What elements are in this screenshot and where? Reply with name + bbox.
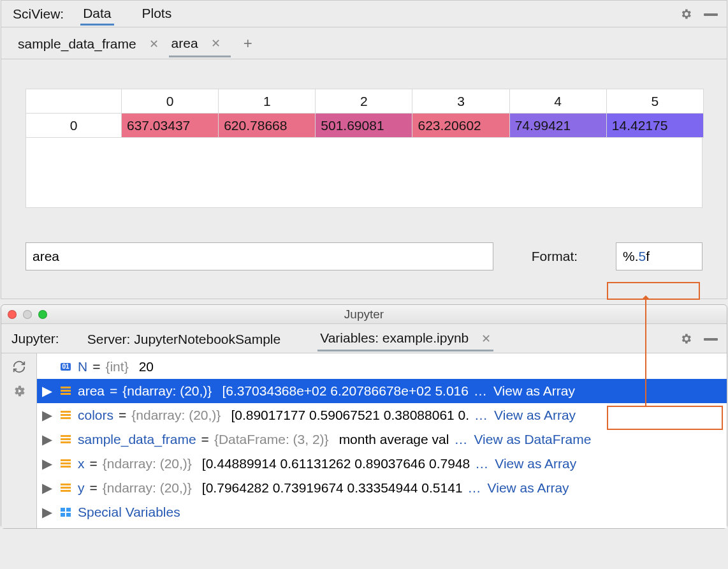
array-icon (59, 459, 73, 468)
expression-input[interactable] (25, 242, 493, 270)
format-num: 5 (639, 249, 646, 264)
sciview-panel: SciView: Data Plots sample_data_frame ✕ … (1, 0, 727, 299)
variable-row[interactable]: ▶y = {ndarray: (20,)} [0.7964282 0.73919… (37, 476, 727, 500)
jupyter-body: 01N = {int} 20▶area = {ndarray: (20,)} [… (1, 353, 727, 528)
view-as-link[interactable]: View as Array (488, 480, 569, 496)
format-label: Format: (532, 249, 578, 264)
data-cell[interactable]: 620.78668 (219, 114, 316, 138)
variable-preview: [6.37034368e+02 6.20786678e+02 5.016 (222, 383, 469, 399)
ellipsis: … (454, 432, 467, 447)
variable-row[interactable]: ▶sample_data_frame = {DataFrame: (3, 2)}… (37, 427, 727, 452)
col-header[interactable]: 0 (122, 89, 219, 114)
jupyter-header: Jupyter: Server: JupyterNotebookSample V… (1, 324, 727, 353)
data-cell[interactable]: 501.69081 (316, 114, 412, 138)
data-grid-wrap: 0 1 2 3 4 5 0637.03437620.78668501.69081… (1, 59, 727, 221)
disclosure-triangle-icon[interactable]: ▶ (41, 480, 54, 496)
data-cell[interactable]: 637.03437 (122, 114, 219, 138)
col-header[interactable]: 5 (606, 89, 703, 114)
col-header[interactable]: 3 (412, 89, 509, 114)
bottom-toolbar: Format: %.5f (1, 221, 727, 299)
int-icon: 01 (59, 363, 73, 371)
grid-icon (59, 508, 73, 517)
view-as-link[interactable]: View as Array (494, 408, 576, 423)
editor-tab-label: area (171, 36, 198, 51)
col-header[interactable]: 2 (316, 89, 412, 114)
variable-row[interactable]: ▶Special Variables (37, 500, 727, 524)
disclosure-triangle-icon[interactable]: ▶ (41, 456, 54, 471)
sciview-header: SciView: Data Plots (1, 1, 727, 27)
close-icon[interactable]: ✕ (481, 332, 491, 345)
close-icon[interactable]: ✕ (149, 37, 159, 51)
array-icon (59, 435, 73, 444)
jupyter-variables-tab[interactable]: Variables: example.ipynb ✕ (317, 325, 493, 351)
sciview-title: SciView: (13, 6, 64, 22)
jupyter-server-tab[interactable]: Server: JupyterNotebookSample (85, 327, 284, 351)
variable-type: {ndarray: (20,)} (122, 383, 212, 399)
gear-icon[interactable] (680, 332, 692, 345)
data-cell[interactable]: 14.42175 (606, 114, 703, 138)
window-title: Jupyter (344, 307, 384, 321)
disclosure-triangle-icon[interactable]: ▶ (41, 383, 54, 399)
variable-name: N (78, 359, 87, 374)
minimize-icon[interactable] (704, 13, 718, 16)
jupyter-variables-tab-label: Variables: example.ipynb (320, 330, 469, 345)
close-icon[interactable]: ✕ (211, 36, 221, 50)
format-input[interactable]: %.5f (616, 242, 703, 270)
data-grid[interactable]: 0 1 2 3 4 5 0637.03437620.78668501.69081… (25, 89, 704, 138)
jupyter-sidebar (1, 353, 37, 528)
variable-preview: [0.7964282 0.73919674 0.33354944 0.5141 (202, 480, 463, 496)
variables-list[interactable]: 01N = {int} 20▶area = {ndarray: (20,)} [… (37, 353, 727, 528)
col-header[interactable]: 4 (509, 89, 606, 114)
variable-type: {DataFrame: (3, 2)} (214, 432, 329, 447)
disclosure-triangle-icon[interactable]: ▶ (41, 505, 54, 520)
variable-name: sample_data_frame (78, 432, 196, 447)
variable-type: {int} (105, 359, 128, 374)
row-header[interactable]: 0 (26, 114, 122, 138)
window-titlebar: Jupyter (1, 305, 727, 324)
zoom-window-icon[interactable] (38, 310, 47, 319)
editor-tab-area[interactable]: area ✕ (169, 29, 231, 57)
minimize-icon[interactable] (704, 338, 718, 341)
view-as-link[interactable]: View as Array (493, 383, 575, 399)
minimize-window-icon[interactable] (23, 310, 32, 319)
view-as-link[interactable]: View as Array (495, 456, 576, 471)
variable-type: {ndarray: (20,)} (103, 480, 192, 496)
format-suffix: f (646, 249, 650, 264)
jupyter-title: Jupyter: (11, 331, 59, 346)
grid-empty-area (25, 138, 703, 208)
data-cell[interactable]: 74.99421 (509, 114, 606, 138)
data-cell[interactable]: 623.20602 (412, 114, 509, 138)
col-header[interactable]: 1 (219, 89, 316, 114)
variable-name: colors (78, 408, 113, 423)
variable-row[interactable]: ▶x = {ndarray: (20,)} [0.44889914 0.6113… (37, 452, 727, 476)
gear-icon[interactable] (680, 8, 692, 20)
variable-type: {ndarray: (20,)} (131, 408, 221, 423)
disclosure-triangle-icon[interactable]: ▶ (41, 432, 54, 447)
editor-tab-sample-data-frame[interactable]: sample_data_frame ✕ (15, 30, 169, 56)
close-window-icon[interactable] (8, 310, 17, 319)
settings-run-icon[interactable] (12, 384, 26, 398)
jupyter-window: Jupyter Jupyter: Server: JupyterNotebook… (1, 304, 727, 529)
sciview-top-tabs: Data Plots (80, 2, 680, 26)
view-as-link[interactable]: View as DataFrame (474, 432, 591, 447)
traffic-lights[interactable] (8, 310, 47, 319)
tab-plots[interactable]: Plots (140, 2, 175, 26)
variable-type: {ndarray: (20,)} (103, 456, 192, 471)
tab-data[interactable]: Data (80, 2, 113, 26)
variable-row[interactable]: ▶colors = {ndarray: (20,)} [0.89017177 0… (37, 403, 727, 427)
disclosure-triangle-icon[interactable]: ▶ (41, 408, 54, 423)
ellipsis: … (475, 456, 488, 471)
variable-preview: 20 (139, 359, 154, 374)
variable-row[interactable]: 01N = {int} 20 (37, 355, 727, 379)
editor-tab-label: sample_data_frame (18, 36, 136, 52)
add-tab-button[interactable]: + (231, 34, 265, 52)
ellipsis: … (468, 480, 481, 496)
refresh-icon[interactable] (12, 360, 26, 374)
ellipsis: … (474, 383, 487, 399)
variable-name: x (78, 456, 85, 471)
format-prefix: %. (623, 249, 639, 264)
variable-row[interactable]: ▶area = {ndarray: (20,)} [6.37034368e+02… (37, 379, 727, 403)
variable-name: Special Variables (78, 505, 180, 520)
array-icon (59, 387, 73, 395)
array-icon (59, 411, 73, 420)
